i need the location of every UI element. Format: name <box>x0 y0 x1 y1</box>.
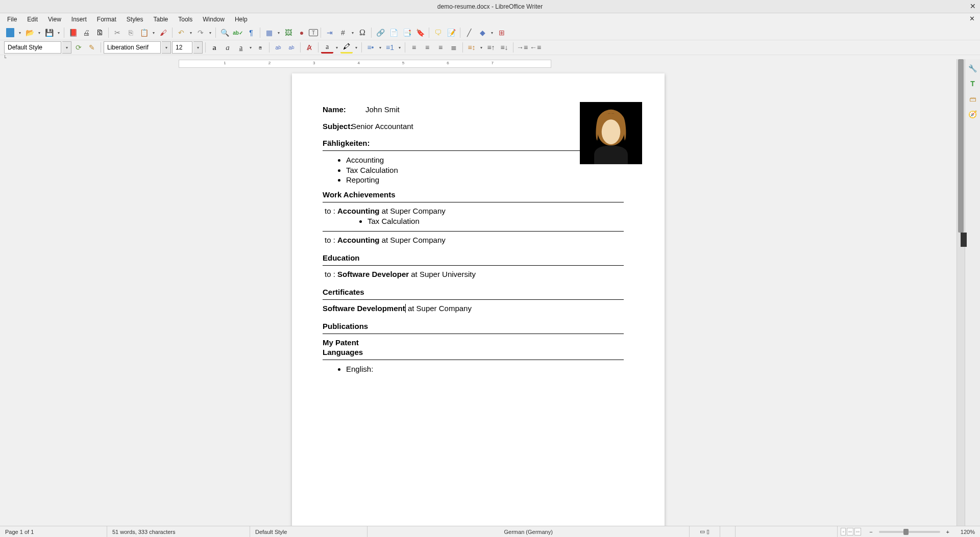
redo-button[interactable]: ↷ <box>194 27 207 39</box>
bullet-list-button[interactable]: ≡• <box>364 41 377 54</box>
sidebar-settings-icon[interactable]: 🔧 <box>967 62 979 74</box>
find-replace-button[interactable]: 🔍 <box>218 27 231 39</box>
status-page[interactable]: Page 1 of 1 <box>0 526 107 537</box>
horizontal-ruler[interactable]: 1 2 3 4 5 6 7 <box>0 59 957 68</box>
copy-button[interactable]: ⎘ <box>125 27 137 39</box>
align-justify-button[interactable]: ≣ <box>448 41 460 54</box>
bold-button[interactable]: a <box>208 41 220 54</box>
field-dropdown[interactable]: ▾ <box>350 27 355 39</box>
insert-textbox-button[interactable]: T <box>309 29 318 36</box>
print-preview-button[interactable]: 🖻 <box>93 27 106 39</box>
spellcheck-button[interactable]: ab✓ <box>232 27 244 39</box>
font-color-dropdown[interactable]: ▾ <box>334 41 339 54</box>
highlight-button[interactable]: 🖍 <box>340 41 353 54</box>
menu-table[interactable]: Table <box>149 14 174 24</box>
paragraph-style-combo[interactable]: Default Style <box>4 41 61 54</box>
menu-tools[interactable]: Tools <box>173 14 198 24</box>
bookmark-button[interactable]: 🔖 <box>414 27 426 39</box>
vertical-scrollbar[interactable] <box>957 59 965 526</box>
track-changes-button[interactable]: 📝 <box>445 27 457 39</box>
line-spacing-button[interactable]: ≡↕ <box>465 41 478 54</box>
underline-dropdown[interactable]: ▾ <box>248 41 253 54</box>
zoom-slider[interactable] <box>879 531 940 533</box>
zoom-out-button[interactable]: − <box>869 529 872 535</box>
comment-button[interactable]: 🗨 <box>432 27 444 39</box>
bullet-dropdown[interactable]: ▾ <box>378 41 383 54</box>
increase-indent-button[interactable]: →≡ <box>516 41 528 54</box>
decrease-spacing-button[interactable]: ≡↓ <box>498 41 510 54</box>
font-name-combo[interactable]: Liberation Serif <box>104 41 161 54</box>
print-button[interactable]: 🖨 <box>80 27 92 39</box>
insert-image-button[interactable]: 🖼 <box>282 27 295 39</box>
number-list-button[interactable]: ≡1 <box>384 41 396 54</box>
increase-spacing-button[interactable]: ≡↑ <box>485 41 497 54</box>
formatting-marks-button[interactable]: ¶ <box>245 27 257 39</box>
subscript-button[interactable]: ab <box>285 41 298 54</box>
new-dropdown[interactable]: ▾ <box>17 27 22 39</box>
update-style-button[interactable]: ⟳ <box>72 41 85 54</box>
align-center-button[interactable]: ≡ <box>421 41 433 54</box>
status-insert-mode[interactable]: ▭ ▯ <box>690 526 720 537</box>
clone-formatting-button[interactable]: 🖌 <box>157 27 169 39</box>
redo-dropdown[interactable]: ▾ <box>208 27 213 39</box>
cut-button[interactable]: ✂ <box>111 27 124 39</box>
insert-chart-button[interactable]: ● <box>296 27 308 39</box>
save-dropdown[interactable]: ▾ <box>56 27 61 39</box>
paste-button[interactable]: 📋 <box>138 27 150 39</box>
number-dropdown[interactable]: ▾ <box>397 41 402 54</box>
menu-insert[interactable]: Insert <box>66 14 92 24</box>
sidebar-navigator-icon[interactable]: 🧭 <box>967 108 979 120</box>
decrease-indent-button[interactable]: ←≡ <box>529 41 542 54</box>
italic-button[interactable]: a <box>222 41 234 54</box>
menu-view[interactable]: View <box>43 14 66 24</box>
open-dropdown[interactable]: ▾ <box>37 27 42 39</box>
open-button[interactable]: 📂 <box>23 27 36 39</box>
menu-edit[interactable]: Edit <box>22 14 43 24</box>
menu-help[interactable]: Help <box>230 14 253 24</box>
status-wordcount[interactable]: 51 words, 333 characters <box>107 526 250 537</box>
hyperlink-button[interactable]: 🔗 <box>374 27 386 39</box>
align-right-button[interactable]: ≡ <box>434 41 447 54</box>
font-size-combo[interactable]: 12 <box>172 41 192 54</box>
table-dropdown[interactable]: ▾ <box>276 27 281 39</box>
close-document-button[interactable]: ✕ <box>969 15 975 22</box>
menu-window[interactable]: Window <box>198 14 230 24</box>
document-scroll-area[interactable]: 1 2 3 4 5 6 7 Name: Jo <box>0 59 957 526</box>
line-spacing-dropdown[interactable]: ▾ <box>479 41 484 54</box>
paste-dropdown[interactable]: ▾ <box>151 27 156 39</box>
avatar-image[interactable] <box>580 102 642 164</box>
align-left-button[interactable]: ≡ <box>408 41 420 54</box>
insert-table-button[interactable]: ▦ <box>263 27 275 39</box>
strikethrough-button[interactable]: a <box>254 41 266 54</box>
save-button[interactable]: 💾 <box>43 27 55 39</box>
clear-formatting-button[interactable]: A̷ <box>303 41 315 54</box>
status-selection[interactable] <box>736 526 838 537</box>
zoom-value[interactable]: 120% <box>954 526 980 537</box>
status-style[interactable]: Default Style <box>250 526 368 537</box>
status-language[interactable]: German (Germany) <box>368 526 690 537</box>
page-break-button[interactable]: ⇥ <box>324 27 336 39</box>
zoom-in-button[interactable]: + <box>946 529 949 535</box>
new-style-button[interactable]: ✎ <box>86 41 98 54</box>
undo-button[interactable]: ↶ <box>175 27 187 39</box>
paragraph-style-dropdown[interactable]: ▾ <box>62 41 71 54</box>
underline-button[interactable]: a <box>235 41 247 54</box>
font-color-button[interactable]: a <box>321 41 333 54</box>
font-size-dropdown[interactable]: ▾ <box>193 41 203 54</box>
footnote-button[interactable]: 📄 <box>387 27 400 39</box>
special-char-button[interactable]: Ω <box>356 27 369 39</box>
shapes-dropdown[interactable]: ▾ <box>489 27 495 39</box>
sidebar-gallery-icon[interactable]: 🗃 <box>967 93 979 105</box>
status-signature[interactable] <box>720 526 736 537</box>
basic-shapes-button[interactable]: ◆ <box>476 27 488 39</box>
draw-functions-button[interactable]: ⊞ <box>496 27 508 39</box>
sidebar-grip[interactable] <box>961 233 967 247</box>
new-button[interactable] <box>4 27 16 39</box>
menu-format[interactable]: Format <box>92 14 121 24</box>
scrollbar-thumb[interactable] <box>958 59 964 233</box>
menu-styles[interactable]: Styles <box>121 14 149 24</box>
menu-file[interactable]: File <box>2 14 22 24</box>
document-page[interactable]: Name: John Smit Subject: Senior Accounta… <box>292 73 665 526</box>
export-pdf-button[interactable]: 📕 <box>67 27 79 39</box>
window-close-button[interactable]: ✕ <box>970 2 976 10</box>
